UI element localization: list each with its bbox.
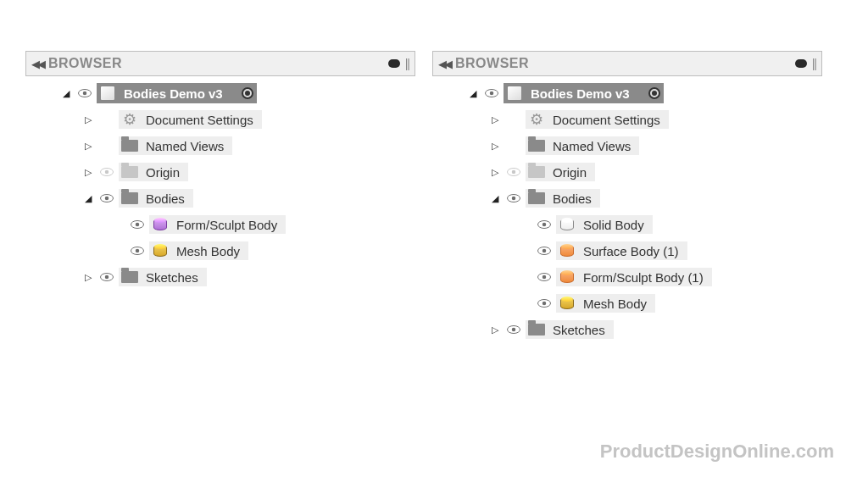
item-label: Bodies Demo v3 bbox=[119, 83, 238, 103]
visibility-icon[interactable] bbox=[535, 242, 554, 259]
visibility-icon[interactable] bbox=[128, 216, 147, 233]
item-label: Named Views bbox=[548, 136, 639, 155]
visibility-icon[interactable] bbox=[75, 85, 94, 102]
folder-icon bbox=[526, 136, 548, 155]
visibility-icon[interactable] bbox=[504, 321, 523, 338]
item-label: Sketches bbox=[141, 268, 207, 286]
tree-item-document-settings[interactable]: ▷ ⚙ Document Settings bbox=[25, 108, 415, 131]
svg-point-19 bbox=[542, 223, 547, 227]
item-label: Sketches bbox=[548, 320, 614, 339]
strip-icon[interactable] bbox=[388, 59, 400, 68]
tree-item-body[interactable]: Surface Body (1) bbox=[432, 239, 822, 263]
visibility-icon[interactable] bbox=[97, 269, 116, 286]
browser-title: BROWSER bbox=[48, 56, 388, 71]
visibility-icon[interactable] bbox=[97, 190, 116, 207]
item-label: Document Settings bbox=[548, 110, 669, 129]
tree-item-named-views[interactable]: ▷ Named Views bbox=[432, 134, 822, 158]
svg-point-25 bbox=[542, 302, 547, 306]
expand-arrow-icon[interactable]: ▷ bbox=[488, 114, 502, 125]
svg-point-23 bbox=[542, 275, 547, 280]
tree-item-named-views[interactable]: ▷ Named Views bbox=[25, 134, 415, 158]
drag-handle-icon[interactable]: || bbox=[405, 57, 409, 70]
item-label: Form/Sculpt Body (1) bbox=[578, 268, 712, 286]
strip-icon[interactable] bbox=[795, 59, 807, 68]
mesh-body-icon bbox=[556, 294, 578, 313]
expand-arrow-icon[interactable]: ◢ bbox=[59, 88, 73, 99]
visibility-icon[interactable] bbox=[504, 190, 523, 207]
tree-item-root[interactable]: ◢ Bodies Demo v3 bbox=[25, 81, 415, 105]
tree-item-bodies[interactable]: ◢ Bodies bbox=[432, 186, 822, 210]
tree-item-sketches[interactable]: ▷ Sketches bbox=[25, 265, 415, 289]
folder-icon bbox=[526, 163, 548, 181]
expand-arrow-icon[interactable]: ▷ bbox=[81, 167, 95, 178]
activate-radio-icon[interactable] bbox=[238, 83, 257, 103]
folder-icon bbox=[119, 163, 141, 181]
watermark: ProductDesignOnline.com bbox=[600, 441, 834, 463]
tree-item-origin[interactable]: ▷ Origin bbox=[432, 160, 822, 184]
visibility-hidden-icon[interactable] bbox=[97, 164, 116, 180]
browser-title: BROWSER bbox=[455, 56, 795, 71]
svg-point-11 bbox=[105, 275, 109, 280]
tree-item-origin[interactable]: ▷ Origin bbox=[25, 160, 415, 184]
tree-item-bodies[interactable]: ◢ Bodies bbox=[25, 186, 415, 210]
item-label: Solid Body bbox=[578, 215, 653, 234]
browser-panel-right: ◀◀ BROWSER || ◢ Bodies Demo v3 ▷ ⚙ Docum… bbox=[432, 51, 822, 349]
component-icon bbox=[504, 83, 526, 103]
folder-icon bbox=[526, 189, 548, 208]
svg-point-27 bbox=[512, 328, 516, 332]
tree-item-body[interactable]: Solid Body bbox=[432, 213, 822, 236]
svg-point-5 bbox=[105, 197, 109, 201]
rewind-icon[interactable]: ◀◀ bbox=[31, 58, 43, 70]
expand-arrow-icon[interactable]: ◢ bbox=[488, 193, 502, 204]
tree-item-body[interactable]: Mesh Body bbox=[432, 291, 822, 315]
tree-item-document-settings[interactable]: ▷ ⚙ Document Settings bbox=[432, 108, 822, 131]
browser-header[interactable]: ◀◀ BROWSER || bbox=[432, 51, 822, 76]
item-label: Bodies bbox=[548, 189, 600, 208]
expand-arrow-icon[interactable]: ▷ bbox=[488, 324, 502, 336]
tree: ◢ Bodies Demo v3 ▷ ⚙ Document Settings ▷… bbox=[432, 76, 822, 349]
activate-radio-icon[interactable] bbox=[645, 83, 664, 103]
visibility-icon[interactable] bbox=[535, 269, 554, 286]
item-label: Bodies Demo v3 bbox=[526, 83, 645, 103]
item-label: Mesh Body bbox=[578, 294, 655, 313]
item-label: Origin bbox=[141, 163, 188, 181]
svg-point-3 bbox=[105, 170, 109, 175]
item-label: Surface Body (1) bbox=[578, 241, 687, 260]
mesh-body-icon bbox=[149, 241, 171, 260]
tree-item-body[interactable]: Form/Sculpt Body (1) bbox=[432, 265, 822, 289]
visibility-icon[interactable] bbox=[535, 295, 554, 312]
folder-icon bbox=[119, 268, 141, 286]
visibility-icon[interactable] bbox=[535, 216, 554, 233]
tree-item-root[interactable]: ◢ Bodies Demo v3 bbox=[432, 81, 822, 105]
item-label: Document Settings bbox=[141, 110, 262, 129]
expand-arrow-icon[interactable]: ▷ bbox=[81, 272, 95, 283]
sculpt-body-icon bbox=[149, 215, 171, 234]
solid-body-icon bbox=[556, 215, 578, 234]
expand-arrow-icon[interactable]: ▷ bbox=[81, 141, 95, 152]
tree-item-sketches[interactable]: ▷ Sketches bbox=[432, 318, 822, 341]
expand-arrow-icon[interactable]: ▷ bbox=[488, 167, 502, 178]
svg-point-17 bbox=[512, 197, 516, 201]
folder-icon bbox=[526, 320, 548, 339]
browser-header[interactable]: ◀◀ BROWSER || bbox=[25, 51, 415, 76]
surface-body-icon bbox=[556, 241, 578, 260]
svg-point-7 bbox=[136, 223, 140, 227]
rewind-icon[interactable]: ◀◀ bbox=[438, 58, 450, 70]
item-label: Origin bbox=[548, 163, 595, 181]
tree-item-body[interactable]: Mesh Body bbox=[25, 239, 415, 263]
item-label: Bodies bbox=[141, 189, 193, 208]
tree: ◢ Bodies Demo v3 ▷ ⚙ Document Settings ▷… bbox=[25, 76, 415, 297]
svg-point-15 bbox=[512, 170, 516, 175]
visibility-icon[interactable] bbox=[128, 242, 147, 259]
expand-arrow-icon[interactable]: ◢ bbox=[81, 193, 95, 204]
expand-arrow-icon[interactable]: ▷ bbox=[81, 114, 95, 125]
visibility-icon[interactable] bbox=[482, 85, 501, 102]
expand-arrow-icon[interactable]: ◢ bbox=[466, 88, 480, 99]
tree-item-body[interactable]: Form/Sculpt Body bbox=[25, 213, 415, 236]
svg-point-9 bbox=[136, 249, 140, 253]
drag-handle-icon[interactable]: || bbox=[812, 57, 816, 70]
svg-point-13 bbox=[490, 92, 494, 96]
visibility-hidden-icon[interactable] bbox=[504, 164, 523, 180]
expand-arrow-icon[interactable]: ▷ bbox=[488, 141, 502, 152]
folder-icon bbox=[119, 136, 141, 155]
